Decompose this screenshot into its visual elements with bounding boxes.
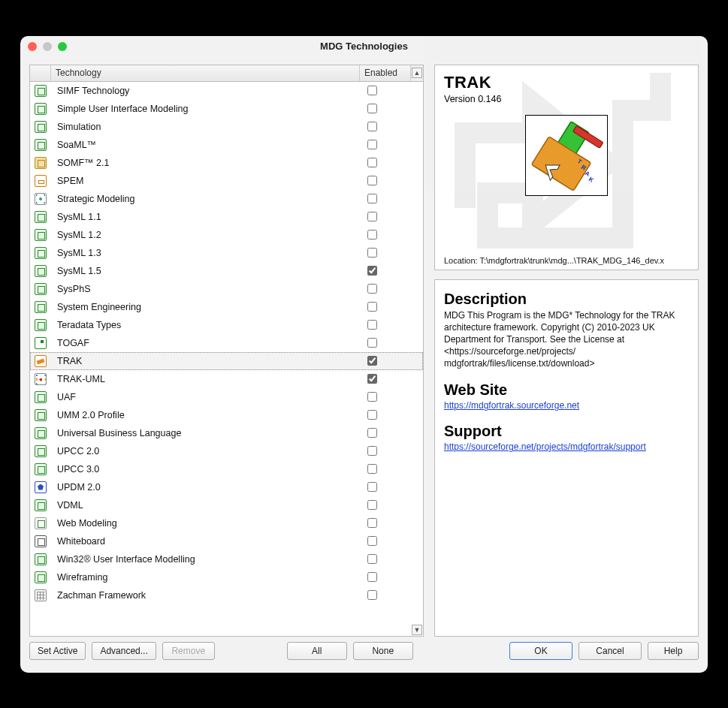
table-row[interactable]: SOMF™ 2.1 <box>30 154 423 172</box>
enabled-checkbox[interactable] <box>367 464 377 474</box>
enabled-checkbox[interactable] <box>367 500 377 510</box>
table-row[interactable]: Whiteboard <box>30 532 423 550</box>
enabled-checkbox[interactable] <box>367 158 377 167</box>
technology-icon <box>30 265 51 277</box>
technology-icon <box>30 517 51 529</box>
enabled-checkbox[interactable] <box>367 266 377 276</box>
technology-icon <box>30 373 51 385</box>
help-button[interactable]: Help <box>648 642 699 660</box>
enabled-checkbox[interactable] <box>367 410 377 420</box>
table-row[interactable]: TOGAF <box>30 334 423 352</box>
advanced-button[interactable]: Advanced... <box>92 642 156 660</box>
zoom-icon[interactable] <box>58 42 67 51</box>
enabled-checkbox[interactable] <box>367 392 377 402</box>
table-row[interactable]: UPDM 2.0 <box>30 478 423 496</box>
enabled-checkbox[interactable] <box>367 518 377 528</box>
table-row[interactable]: Teradata Types <box>30 316 423 334</box>
cancel-button[interactable]: Cancel <box>578 642 642 660</box>
enabled-cell <box>360 173 411 188</box>
enabled-checkbox[interactable] <box>367 446 377 456</box>
table-row[interactable]: VDML <box>30 496 423 514</box>
header-enabled[interactable]: Enabled <box>360 65 411 81</box>
enabled-checkbox[interactable] <box>367 320 377 330</box>
technology-name: VDML <box>51 500 360 511</box>
table-row[interactable]: Strategic Modeling <box>30 190 423 208</box>
enabled-checkbox[interactable] <box>367 212 377 221</box>
table-row[interactable]: SysML 1.1 <box>30 208 423 226</box>
table-row[interactable]: Web Modeling <box>30 514 423 532</box>
scroll-down[interactable]: ▼ <box>412 625 422 635</box>
enabled-checkbox[interactable] <box>367 572 377 582</box>
enabled-checkbox[interactable] <box>367 194 377 203</box>
none-button[interactable]: None <box>353 642 413 660</box>
table-row[interactable]: Wireframing <box>30 568 423 586</box>
table-row[interactable]: Simulation <box>30 118 423 136</box>
enabled-checkbox[interactable] <box>367 86 377 95</box>
enabled-cell <box>360 101 411 116</box>
table-row[interactable]: Universal Business Language <box>30 424 423 442</box>
technology-name: Zachman Framework <box>51 590 360 601</box>
table-row[interactable]: UMM 2.0 Profile <box>30 406 423 424</box>
enabled-checkbox[interactable] <box>367 230 377 240</box>
enabled-checkbox[interactable] <box>367 482 377 492</box>
table-row[interactable]: TRAK <box>30 352 423 370</box>
header-technology[interactable]: Technology <box>51 65 360 81</box>
enabled-cell <box>360 354 411 368</box>
technology-icon <box>30 283 51 295</box>
table-row[interactable]: SoaML™ <box>30 136 423 154</box>
table-row[interactable]: SysML 1.5 <box>30 262 423 280</box>
close-icon[interactable] <box>28 42 37 51</box>
enabled-checkbox[interactable] <box>367 284 377 294</box>
enabled-cell <box>360 534 411 548</box>
technology-icon <box>30 139 51 151</box>
table-row[interactable]: SPEM <box>30 172 423 190</box>
table-row[interactable]: TRAK-UML <box>30 370 423 388</box>
all-button[interactable]: All <box>287 642 347 660</box>
table-row[interactable]: Simple User Interface Modeling <box>30 100 423 118</box>
table-row[interactable]: UAF <box>30 388 423 406</box>
enabled-checkbox[interactable] <box>367 176 377 185</box>
enabled-checkbox[interactable] <box>367 536 377 546</box>
enabled-checkbox[interactable] <box>367 374 377 384</box>
minimize-icon <box>43 42 52 51</box>
enabled-checkbox[interactable] <box>367 590 377 600</box>
ok-button[interactable]: OK <box>509 642 572 660</box>
table-row[interactable]: SysML 1.3 <box>30 244 423 262</box>
table-body: SIMF TechnologySimple User Interface Mod… <box>30 82 423 636</box>
table-row[interactable]: UPCC 2.0 <box>30 442 423 460</box>
technology-icon <box>30 301 51 313</box>
enabled-checkbox[interactable] <box>367 302 377 312</box>
trak-logo-icon: T R A K <box>525 115 608 196</box>
enabled-checkbox[interactable] <box>367 104 377 113</box>
enabled-checkbox[interactable] <box>367 356 377 366</box>
detail-header-panel: TRAK Version 0.146 T R A K <box>434 65 699 270</box>
window: MDG Technologies Technology Enabled ▲ SI… <box>20 36 708 673</box>
table-row[interactable]: Zachman Framework <box>30 586 423 604</box>
technology-name: SysML 1.1 <box>51 212 360 222</box>
scroll-up[interactable]: ▲ <box>411 65 423 81</box>
enabled-checkbox[interactable] <box>367 122 377 131</box>
enabled-cell <box>360 282 411 296</box>
enabled-checkbox[interactable] <box>367 554 377 564</box>
table-row[interactable]: UPCC 3.0 <box>30 460 423 478</box>
table-row[interactable]: SysML 1.2 <box>30 226 423 244</box>
enabled-checkbox[interactable] <box>367 428 377 438</box>
enabled-checkbox[interactable] <box>367 338 377 348</box>
support-link[interactable]: https://sourceforge.net/projects/mdgfort… <box>444 441 646 452</box>
technology-name: Simple User Interface Modeling <box>51 104 360 114</box>
enabled-cell <box>360 390 411 404</box>
technology-name: SOMF™ 2.1 <box>51 158 360 168</box>
set-active-button[interactable]: Set Active <box>29 642 86 660</box>
enabled-cell <box>360 209 411 224</box>
website-link[interactable]: https://mdgfortrak.sourceforge.net <box>444 400 579 411</box>
table-row[interactable]: SysPhS <box>30 280 423 298</box>
table-row[interactable]: SIMF Technology <box>30 82 423 100</box>
table-row[interactable]: Win32® User Interface Modelling <box>30 550 423 568</box>
website-heading: Web Site <box>444 381 689 399</box>
technology-icon <box>30 427 51 439</box>
enabled-checkbox[interactable] <box>367 248 377 258</box>
detail-description-panel: Description MDG This Program is the MDG*… <box>434 279 699 637</box>
table-row[interactable]: System Engineering <box>30 298 423 316</box>
technology-icon <box>30 85 51 97</box>
enabled-checkbox[interactable] <box>367 140 377 149</box>
